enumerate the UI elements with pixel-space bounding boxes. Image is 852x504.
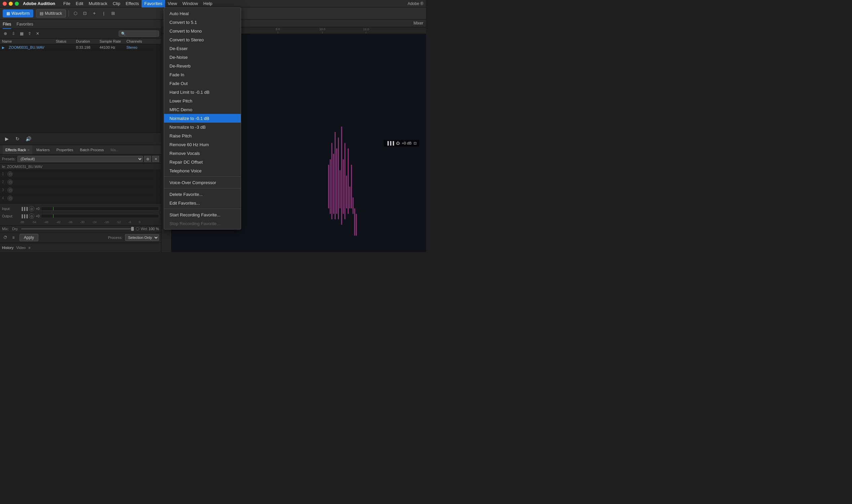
menu-item-12[interactable]: Normalize to -0.1 dB: [164, 114, 241, 123]
input-row: Input: ▐▐▐ ⊙ +0: [2, 205, 159, 212]
menu-item-5[interactable]: De-Noise: [164, 53, 241, 61]
input-knob[interactable]: ⊙: [29, 206, 34, 211]
menu-item-16[interactable]: Remove Vocals: [164, 149, 241, 158]
menu-item-1[interactable]: Convert to 5.1: [164, 18, 241, 26]
new-file-btn[interactable]: ⊕: [2, 30, 9, 37]
svg-rect-68: [341, 127, 342, 225]
loop-btn[interactable]: ↻: [14, 135, 21, 143]
menu-item-21[interactable]: Edit Favorites...: [164, 199, 241, 207]
maximize-button[interactable]: [15, 2, 19, 6]
tab-favorites[interactable]: Favorites: [16, 19, 33, 29]
favorites-dropdown-menu[interactable]: Auto HealConvert to 5.1Convert to MonoCo…: [164, 7, 241, 230]
volume-btn[interactable]: 🔊: [24, 135, 32, 143]
mix-slider[interactable]: [21, 228, 134, 230]
menu-file[interactable]: File: [60, 0, 73, 7]
apply-row: ⏱ ≡ Apply Process: Selection Only: [0, 232, 161, 242]
presets-save-btn[interactable]: ⊕: [144, 156, 151, 162]
history-tab[interactable]: History: [2, 246, 14, 250]
menu-favorites[interactable]: Favorites: [142, 0, 165, 7]
menu-separator-21: [164, 209, 241, 209]
ruler-mark-10: 10.0: [319, 28, 326, 34]
menu-item-19[interactable]: Voice-Over Compressor: [164, 178, 241, 187]
svg-rect-69: [343, 159, 344, 214]
menu-item-17[interactable]: Repair DC Offset: [164, 158, 241, 166]
apply-button[interactable]: Apply: [19, 234, 38, 241]
menu-item-2[interactable]: Convert to Mono: [164, 26, 241, 35]
list-icon[interactable]: ≡: [10, 234, 17, 241]
slot-power-3[interactable]: ⏻: [7, 187, 13, 193]
vol-expand-icon[interactable]: ⊡: [414, 141, 417, 145]
multitrack-btn[interactable]: ▤ Multitrack: [36, 10, 66, 17]
input-meter: [41, 206, 159, 211]
menu-item-20[interactable]: Delete Favorite...: [164, 190, 241, 199]
slot-power-4[interactable]: ⏻: [7, 196, 13, 201]
zoom-tool[interactable]: ⊞: [109, 10, 117, 17]
output-label: Output:: [2, 214, 20, 218]
tab-markers[interactable]: Markers: [34, 145, 52, 155]
menu-help[interactable]: Help: [201, 0, 215, 7]
waveform-mini-btn[interactable]: ▦: [18, 30, 25, 37]
file-icon: ▶: [2, 46, 9, 49]
presets-del-btn[interactable]: ✕: [152, 156, 159, 162]
slot-power-2[interactable]: ⏻: [7, 179, 13, 185]
menu-icon-strip[interactable]: ≡: [28, 246, 30, 250]
file-search-input[interactable]: [119, 31, 159, 37]
marquee-tool[interactable]: ⊡: [81, 10, 89, 17]
effect-slot-1[interactable]: 1 ⏻: [0, 170, 161, 178]
delete-btn[interactable]: ✕: [34, 30, 41, 37]
mix-wet-knob[interactable]: [136, 227, 139, 231]
presets-select[interactable]: (Default): [17, 156, 143, 162]
minimize-button[interactable]: [9, 2, 13, 6]
process-select[interactable]: Selection Only: [125, 234, 159, 241]
menu-item-7[interactable]: Fade In: [164, 70, 241, 79]
close-button[interactable]: [3, 2, 7, 6]
menu-separator-18: [164, 176, 241, 177]
menu-item-11[interactable]: MRC Demo: [164, 105, 241, 114]
menu-item-9[interactable]: Hard Limit to -0.1 dB: [164, 88, 241, 96]
tab-files[interactable]: Files: [3, 19, 11, 29]
list-item[interactable]: ▶ ZOOM0031_BU.WAV 0:33.198 44100 Hz Ster…: [0, 44, 161, 51]
waveform-btn[interactable]: ▦ Waveform: [3, 10, 33, 17]
menu-item-22[interactable]: Start Recording Favorite...: [164, 210, 241, 219]
lasso-tool[interactable]: ⌖: [90, 10, 99, 17]
menu-window[interactable]: Window: [180, 0, 201, 7]
mixer-btn[interactable]: Mixer: [414, 21, 423, 25]
tab-effects-rack[interactable]: Effects Rack ≡: [3, 145, 32, 155]
upload-btn[interactable]: ⇧: [26, 30, 33, 37]
output-value: +0: [36, 214, 39, 218]
menu-item-18[interactable]: Telephone Voice: [164, 166, 241, 175]
menu-view[interactable]: View: [165, 0, 180, 7]
menu-item-13[interactable]: Normalize to -3 dB: [164, 123, 241, 131]
select-tool[interactable]: ⬡: [72, 10, 80, 17]
file-duration: 0:33.198: [76, 46, 100, 49]
tab-ma[interactable]: Ma...: [108, 145, 121, 155]
menu-item-8[interactable]: Fade Out: [164, 79, 241, 88]
history-icon[interactable]: ⏱: [2, 234, 9, 241]
menu-item-14[interactable]: Raise Pitch: [164, 131, 241, 140]
effect-slot-4[interactable]: 4 ⏻: [0, 194, 161, 202]
menu-edit[interactable]: Edit: [73, 0, 86, 7]
effects-file-name: ZOOM0031_BU.WAV: [7, 165, 43, 169]
time-tool[interactable]: |: [100, 10, 108, 17]
tab-batch[interactable]: Batch Process: [77, 145, 107, 155]
slot-power-1[interactable]: ⏻: [7, 172, 13, 177]
mix-row: Mix: Dry Wet 100 %: [0, 225, 161, 232]
output-knob[interactable]: ⊙: [29, 213, 34, 219]
play-btn[interactable]: ▶: [3, 135, 11, 143]
waveform-label: Waveform: [12, 11, 30, 16]
effect-slot-2[interactable]: 2 ⏻: [0, 178, 161, 186]
menu-item-4[interactable]: De-Esser: [164, 44, 241, 53]
tab-properties[interactable]: Properties: [54, 145, 76, 155]
menu-item-3[interactable]: Convert to Stereo: [164, 35, 241, 44]
menu-item-10[interactable]: Lower Pitch: [164, 96, 241, 105]
menu-item-0[interactable]: Auto Heal: [164, 9, 241, 18]
menu-clip[interactable]: Clip: [110, 0, 123, 7]
traffic-lights: [3, 2, 19, 6]
effect-slot-3[interactable]: 3 ⏻: [0, 186, 161, 194]
menu-item-6[interactable]: De-Reverb: [164, 61, 241, 70]
video-tab[interactable]: Video: [16, 246, 25, 250]
menu-item-15[interactable]: Remove 60 Hz Hum: [164, 140, 241, 149]
import-btn[interactable]: ⇩: [10, 30, 17, 37]
menu-multitrack[interactable]: Multitrack: [86, 0, 110, 7]
menu-effects[interactable]: Effects: [123, 0, 142, 7]
